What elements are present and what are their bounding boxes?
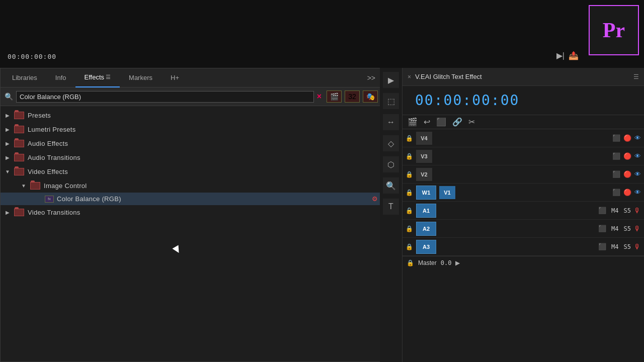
track-mute-v2[interactable]: 🔴	[623, 170, 631, 178]
tool-icon-ripple[interactable]: 🎬	[408, 117, 418, 127]
lock-icon-a1[interactable]: 🔒	[406, 207, 413, 214]
track-label-v2[interactable]: V2	[416, 168, 432, 181]
track-icons-v4: ⬛ 🔴 👁	[612, 134, 641, 142]
clip-a2-label: A2	[423, 226, 430, 232]
lock-icon-a3[interactable]: 🔒	[406, 243, 413, 250]
track-mute-v3[interactable]: 🔴	[623, 152, 631, 160]
track-row-v3: 🔒 V3 ⬛ 🔴 👁	[403, 147, 644, 165]
tool-ripple[interactable]: ↔	[383, 114, 399, 130]
master-expand-btn[interactable]: ▶	[455, 259, 460, 266]
tool-icon-link[interactable]: 🔗	[452, 117, 462, 127]
track-label-v1[interactable]: V1	[439, 186, 455, 199]
track-mute-v1[interactable]: 🔴	[623, 189, 631, 196]
label-image-control: Image Control	[44, 182, 87, 190]
tree-item-video-effects[interactable]: ▼ Video Effects	[1, 164, 382, 178]
folder-icon-video-effects	[14, 167, 25, 176]
track-icons-v2: ⬛ 🔴 👁	[612, 170, 641, 178]
tree-item-audio-transitions[interactable]: ▶ Audio Transitions	[1, 150, 382, 164]
export-icon[interactable]: 📤	[569, 51, 579, 60]
timeline-menu-icon[interactable]: ☰	[633, 73, 639, 80]
track-v2-text: V2	[421, 171, 427, 177]
filter-icon-2: 32	[348, 93, 356, 101]
tool-text[interactable]: T	[383, 199, 399, 215]
lock-icon-v1[interactable]: 🔒	[406, 189, 413, 196]
tool-icon-scissors[interactable]: ✂	[468, 117, 475, 127]
track-eye-v2[interactable]: 👁	[634, 170, 641, 178]
lock-icon-v3[interactable]: 🔒	[406, 153, 413, 160]
track-settings-v2[interactable]: ⬛	[612, 170, 620, 178]
timeline-panel: × V.EAI Glitch Text Effect ☰ 00:00:00:00…	[403, 68, 644, 362]
tool-zoom[interactable]: 🔍	[383, 177, 399, 194]
premiere-logo-text: Pr	[603, 18, 625, 42]
track-clip-v1[interactable]: W1	[416, 186, 436, 200]
clip-v1-label: W1	[422, 190, 431, 196]
timeline-toolbar: 🎬 ↩ ⬛ 🔗 ✂	[403, 115, 644, 129]
tab-info[interactable]: Info	[46, 68, 75, 87]
track-settings-a2[interactable]: ⬛	[598, 225, 606, 232]
play-icon[interactable]: ▶|	[556, 51, 565, 60]
tree-item-video-transitions[interactable]: ▶ Video Transitions	[1, 205, 382, 219]
track-mute-v4[interactable]: 🔴	[623, 134, 631, 142]
track-settings-a3[interactable]: ⬛	[598, 243, 606, 250]
tool-icon-back[interactable]: ↩	[424, 117, 430, 127]
track-icons-v1: ⬛ 🔴 👁	[612, 189, 641, 196]
tool-slip[interactable]: ⬡	[383, 156, 399, 172]
track-clip-a1[interactable]: A1	[416, 204, 436, 218]
effects-menu-icon[interactable]: ☰	[106, 74, 111, 80]
folder-icon-presets	[14, 111, 25, 120]
mic-icon-a3[interactable]: 🎙	[634, 243, 641, 251]
tabs-more-button[interactable]: >>	[363, 74, 379, 82]
tree-item-presets[interactable]: ▶ Presets	[1, 108, 382, 122]
tree-item-color-balance[interactable]: fx Color Balance (RGB) ⚙	[1, 193, 382, 205]
mic-icon-a2[interactable]: 🎙	[634, 225, 641, 233]
tool-razor[interactable]: ◇	[383, 135, 399, 151]
chevron-audio-transitions: ▶	[5, 155, 11, 160]
chevron-image-control: ▼	[21, 183, 27, 189]
search-input[interactable]	[16, 91, 314, 103]
lock-icon-a2[interactable]: 🔒	[406, 225, 413, 232]
track-eye-v4[interactable]: 👁	[634, 134, 641, 142]
track-eye-v1[interactable]: 👁	[634, 189, 641, 196]
track-settings-a1[interactable]: ⬛	[598, 207, 606, 214]
tab-libraries[interactable]: Libraries	[3, 68, 46, 87]
filter-btn-1[interactable]: 🎬	[327, 90, 342, 103]
timeline-timecode-row: 00:00:00:00	[403, 86, 644, 115]
folder-icon-lumetri	[14, 125, 25, 134]
track-settings-v1[interactable]: ⬛	[612, 189, 620, 196]
filter-icon-3: 🎭	[366, 93, 375, 101]
search-icon: 🔍	[5, 93, 13, 101]
tab-markers[interactable]: Markers	[120, 68, 162, 87]
mic-icon-a1[interactable]: 🎙	[634, 207, 641, 215]
tree-item-image-control[interactable]: ▼ Image Control	[1, 178, 382, 193]
meter-a3: M4	[611, 243, 618, 250]
track-label-v3[interactable]: V3	[416, 150, 432, 163]
tool-icon-copy[interactable]: ⬛	[436, 117, 446, 127]
track-row-a2: 🔒 A2 ⬛ M4 S5 🎙	[403, 220, 644, 238]
track-settings-v4[interactable]: ⬛	[612, 134, 620, 142]
tab-hplus[interactable]: H+	[162, 68, 188, 87]
tree-item-audio-effects[interactable]: ▶ Audio Effects	[1, 136, 382, 150]
left-sidebar-tools: ▶ ⬚ ↔ ◇ ⬡ 🔍 T	[380, 68, 403, 362]
track-label-v4[interactable]: V4	[416, 132, 432, 145]
lock-icon-v4[interactable]: 🔒	[406, 135, 413, 142]
lock-icon-master: 🔒	[407, 259, 414, 266]
filter-btn-2[interactable]: 32	[345, 90, 360, 103]
lock-icon-v2[interactable]: 🔒	[406, 171, 413, 178]
track-row-v1: 🔒 W1 V1 ⬛ 🔴 👁	[403, 184, 644, 202]
filter-btn-3[interactable]: 🎭	[363, 90, 378, 103]
search-clear-button[interactable]: ×	[317, 92, 321, 101]
track-clip-a2[interactable]: A2	[416, 222, 436, 236]
chevron-presets: ▶	[5, 113, 11, 118]
tab-markers-label: Markers	[129, 74, 152, 81]
tree-item-lumetri[interactable]: ▶ Lumetri Presets	[1, 122, 382, 136]
track-settings-v3[interactable]: ⬛	[612, 152, 620, 160]
track-row-v4: 🔒 V4 ⬛ 🔴 👁	[403, 129, 644, 147]
track-eye-v3[interactable]: 👁	[634, 152, 641, 160]
chevron-lumetri: ▶	[5, 127, 11, 132]
label-color-balance: Color Balance (RGB)	[57, 195, 121, 203]
tool-marquee[interactable]: ⬚	[383, 93, 399, 109]
tab-effects[interactable]: Effects ☰	[75, 68, 120, 87]
tool-select[interactable]: ▶	[383, 72, 399, 88]
track-clip-a3[interactable]: A3	[416, 240, 436, 254]
timeline-close-icon[interactable]: ×	[408, 73, 411, 80]
